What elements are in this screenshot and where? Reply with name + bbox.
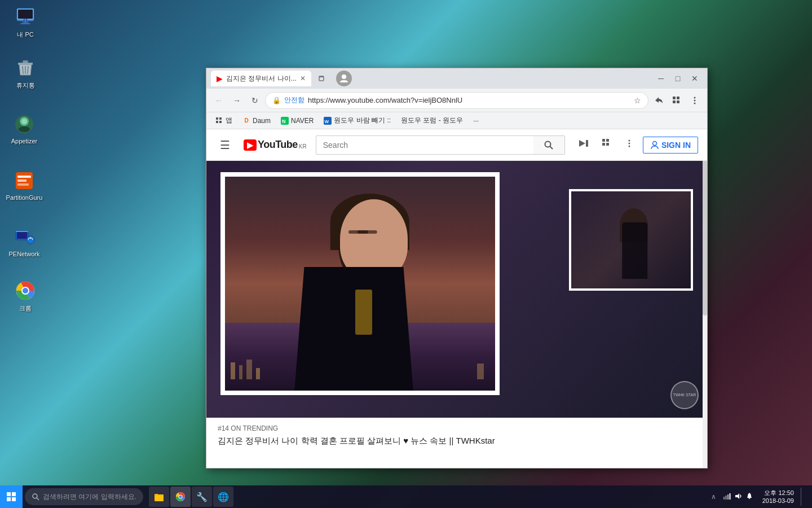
youtube-header-actions: SIGN IN xyxy=(574,134,698,156)
tray-network-icon xyxy=(723,492,731,501)
svg-point-65 xyxy=(179,496,182,498)
taskbar-search-placeholder: 검색하려면 여기에 입력하세요. xyxy=(43,492,136,502)
clock-time: 오후 12:50 xyxy=(762,489,794,497)
youtube-apps-button[interactable] xyxy=(598,134,616,155)
svg-rect-57 xyxy=(12,492,16,496)
bookmark-windoow-forum[interactable]: 원도우 포럼 - 원도우 xyxy=(396,114,467,127)
tab-close-button[interactable]: ✕ xyxy=(300,75,306,82)
scrollbar-thumb[interactable] xyxy=(703,146,707,316)
bookmark-apps[interactable]: 앱 xyxy=(211,114,237,127)
taskbar-search[interactable]: 검색하려면 여기에 입력하세요. xyxy=(25,488,143,505)
desktop-icon-pe-network[interactable]: PENetwork xyxy=(5,226,44,257)
svg-rect-31 xyxy=(677,97,679,99)
video-watermark: TWHK STAR xyxy=(670,381,699,409)
maximize-button[interactable]: □ xyxy=(670,71,686,86)
svg-line-61 xyxy=(37,498,39,500)
naver-favicon: N xyxy=(281,117,289,125)
taskbar-item-app2[interactable]: 🌐 xyxy=(213,487,233,507)
share-button[interactable] xyxy=(651,93,667,108)
svg-line-7 xyxy=(23,66,23,74)
svg-point-35 xyxy=(694,99,696,101)
bookmark-windoow[interactable]: W 원도우 바람 빼기 :: xyxy=(319,114,395,127)
tray-notification-icon xyxy=(745,492,753,501)
address-bar[interactable]: 🔒 안전함 https://www.youtube.com/watch?v=ie… xyxy=(265,92,648,109)
svg-rect-67 xyxy=(725,496,726,500)
active-tab[interactable]: ▶ 김지은 정무비서 나이... ✕ xyxy=(211,71,311,86)
youtube-upload-button[interactable] xyxy=(574,134,593,156)
youtube-signin-button[interactable]: SIGN IN xyxy=(643,137,698,154)
youtube-more-button[interactable] xyxy=(620,134,638,155)
svg-rect-2 xyxy=(18,10,33,19)
youtube-menu-button[interactable]: ☰ xyxy=(215,134,235,156)
svg-rect-56 xyxy=(7,492,11,496)
tab-title: 김지은 정무비서 나이... xyxy=(226,74,297,84)
show-desktop-button[interactable] xyxy=(798,488,812,506)
desktop: 내 PC 휴지통 Appetizer xyxy=(0,0,812,508)
svg-point-12 xyxy=(21,119,27,124)
new-tab-button[interactable] xyxy=(314,71,329,86)
svg-rect-51 xyxy=(606,143,609,146)
taskbar-item-chrome[interactable] xyxy=(170,487,191,507)
svg-rect-5 xyxy=(18,63,33,65)
svg-point-34 xyxy=(694,97,696,98)
lock-icon: 🔒 xyxy=(272,97,281,104)
taskbar-item-app1[interactable]: 🔧 xyxy=(192,487,212,507)
desktop-icon-recycle-bin[interactable]: 휴지통 xyxy=(6,56,45,90)
taskbar-chrome-icon xyxy=(175,491,186,502)
bookmark-star-icon[interactable]: ☆ xyxy=(634,96,641,105)
youtube-search-input[interactable] xyxy=(316,135,533,155)
windoow-favicon: W xyxy=(324,117,332,125)
desktop-icon-label: 휴지통 xyxy=(16,81,35,90)
youtube-logo-icon: ▶ xyxy=(244,139,257,151)
account-icon[interactable] xyxy=(336,71,352,86)
url-text: https://www.youtube.com/watch?v=ieljBO8N… xyxy=(308,96,630,104)
svg-rect-58 xyxy=(7,497,11,501)
desktop-icon-chrome[interactable]: 크롬 xyxy=(6,279,45,313)
youtube-search-container xyxy=(316,135,565,155)
watermark-text: TWHK STAR xyxy=(673,393,696,397)
desktop-icon-partition-guru[interactable]: PartitionGuru xyxy=(5,169,44,201)
desktop-icon-appetizer[interactable]: Appetizer xyxy=(5,113,44,144)
close-button[interactable]: ✕ xyxy=(687,71,703,86)
bookmark-more[interactable]: ··· xyxy=(469,115,483,126)
svg-rect-4 xyxy=(20,23,30,24)
back-button[interactable]: ← xyxy=(211,93,227,108)
svg-point-45 xyxy=(545,141,551,147)
desktop-icon-my-pc[interactable]: 내 PC xyxy=(6,6,45,39)
apps-grid-icon xyxy=(215,117,223,125)
svg-text:W: W xyxy=(325,119,329,124)
taskbar-overflow[interactable]: ∧ xyxy=(709,493,718,501)
svg-rect-48 xyxy=(602,139,605,142)
file-explorer-icon xyxy=(153,491,165,502)
apps-button[interactable] xyxy=(669,93,685,108)
browser-window: ▶ 김지은 정무비서 나이... ✕ ─ □ ✕ xyxy=(206,68,708,468)
svg-line-46 xyxy=(550,146,553,149)
clock-date: 2018-03-09 xyxy=(762,497,794,505)
bookmark-label: 원도우 바람 빼기 :: xyxy=(334,116,391,125)
desktop-icon-label: 내 PC xyxy=(17,30,33,39)
taskbar-item-file-explorer[interactable] xyxy=(149,487,169,507)
bookmark-naver[interactable]: N NAVER xyxy=(276,115,318,126)
scrollbar[interactable] xyxy=(703,129,707,468)
bookmark-daum[interactable]: D Daum xyxy=(238,115,275,126)
reload-button[interactable]: ↻ xyxy=(247,93,263,108)
youtube-search-button[interactable] xyxy=(533,135,565,155)
svg-rect-33 xyxy=(677,100,679,103)
svg-rect-38 xyxy=(219,117,222,120)
system-tray xyxy=(718,492,758,501)
svg-rect-49 xyxy=(606,139,609,142)
secure-label: 안전함 xyxy=(284,95,304,105)
youtube-header: ☰ ▶ YouTube KR xyxy=(206,129,707,161)
svg-rect-15 xyxy=(17,176,31,178)
video-container[interactable]: TWHK STAR xyxy=(206,161,707,418)
youtube-logo[interactable]: ▶ YouTube KR xyxy=(244,139,307,151)
minimize-button[interactable]: ─ xyxy=(653,71,669,86)
svg-point-22 xyxy=(30,238,31,239)
svg-rect-68 xyxy=(727,494,729,500)
taskbar-clock[interactable]: 오후 12:50 2018-03-09 xyxy=(758,489,798,505)
start-button[interactable] xyxy=(0,485,23,508)
menu-button[interactable] xyxy=(687,93,703,108)
svg-point-53 xyxy=(628,143,630,144)
forward-button[interactable]: → xyxy=(229,93,245,108)
youtube-content[interactable]: ☰ ▶ YouTube KR xyxy=(206,129,707,468)
